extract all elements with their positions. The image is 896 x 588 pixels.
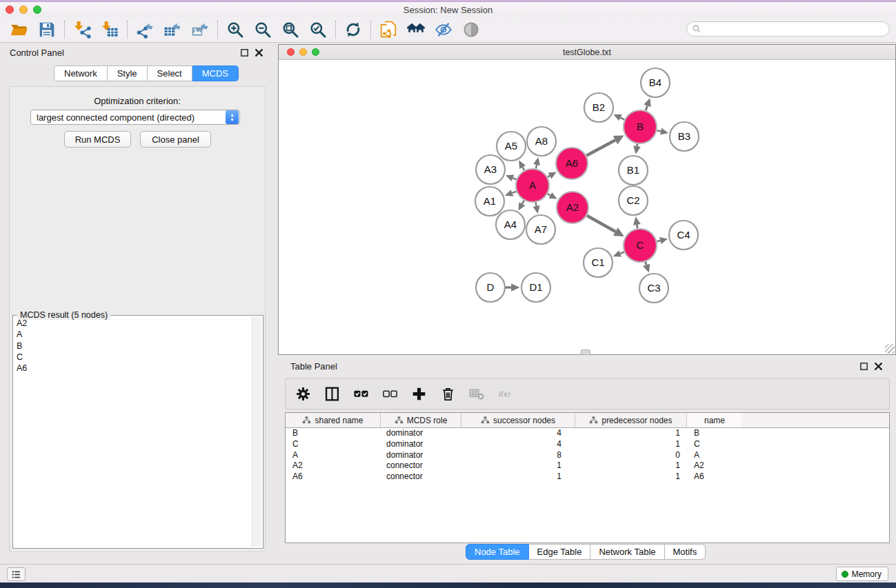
graph-node-B[interactable]: B [624, 110, 657, 143]
open-session-button[interactable] [6, 19, 33, 41]
add-column-button[interactable] [410, 385, 428, 403]
table-row[interactable]: Adominator80A [286, 450, 889, 461]
float-panel-icon[interactable] [239, 48, 250, 58]
network-canvas[interactable]: B4B2BB3A5A8A6B1A3AC2A1A2A4A7C4CC1C3DD1 [279, 60, 895, 354]
table-cell[interactable]: 0 [575, 450, 687, 461]
import-table-button[interactable] [96, 19, 123, 41]
table-cell[interactable]: 1 [575, 439, 687, 450]
graph-node-A6[interactable]: A6 [556, 148, 588, 179]
memory-button[interactable]: Memory [836, 567, 888, 581]
network-window-titlebar[interactable]: testGlobe.txt [279, 45, 895, 60]
graph-node-A1[interactable]: A1 [475, 187, 504, 216]
zoom-selected-button[interactable] [304, 19, 332, 41]
export-image-button[interactable] [186, 19, 214, 41]
table-row[interactable]: A6connector11A6 [286, 472, 889, 483]
zoom-fit-button[interactable] [277, 19, 304, 41]
column-header-name[interactable]: name [687, 413, 742, 427]
graph-edge-A-A1[interactable] [505, 190, 517, 196]
tab-style[interactable]: Style [108, 65, 148, 81]
export-network-button[interactable] [131, 19, 159, 41]
network-graph[interactable]: B4B2BB3A5A8A6B1A3AC2A1A2A4A7C4CC1C3DD1 [279, 60, 895, 354]
tab-edge-table[interactable]: Edge Table [529, 544, 591, 560]
graph-node-B3[interactable]: B3 [670, 122, 699, 151]
column-header-predecessor-nodes[interactable]: predecessor nodes [575, 413, 687, 427]
graph-edge-B-B2[interactable] [613, 114, 624, 121]
run-mcds-button[interactable]: Run MCDS [64, 131, 131, 148]
graph-node-C2[interactable]: C2 [619, 186, 648, 215]
table-row[interactable]: Cdominator41C [286, 439, 889, 450]
graph-edge-B-B3[interactable] [657, 128, 668, 135]
table-cell[interactable]: 4 [461, 428, 575, 439]
splitter-handle[interactable] [581, 349, 590, 355]
graph-edge-B-B4[interactable] [644, 98, 650, 110]
table-cell[interactable]: 8 [461, 450, 575, 461]
tab-network[interactable]: Network [54, 65, 108, 81]
graph-edge-A-A8[interactable] [533, 157, 540, 169]
graph-edge-A-A2[interactable] [548, 192, 557, 199]
task-history-button[interactable] [7, 567, 26, 581]
graph-node-D[interactable]: D [476, 273, 505, 302]
graph-node-A[interactable]: A [516, 169, 549, 202]
graph-edge-C-C3[interactable] [643, 262, 650, 273]
select-all-rows-button[interactable] [352, 385, 370, 403]
graph-edge-C-C1[interactable] [613, 250, 624, 256]
tab-select[interactable]: Select [148, 65, 192, 81]
delete-column-button[interactable] [439, 385, 457, 403]
table-cell[interactable]: A2 [687, 460, 742, 472]
resize-grip[interactable] [885, 344, 895, 354]
table-cell[interactable]: 1 [461, 472, 575, 483]
toggle-graphics-details-button[interactable] [430, 19, 457, 41]
import-network-button[interactable] [68, 19, 96, 41]
tab-network-table[interactable]: Network Table [590, 544, 664, 560]
show-hide-button[interactable] [457, 19, 485, 41]
graph-edge-C-C2[interactable] [633, 216, 641, 228]
graph-edge-A2-C[interactable] [587, 216, 624, 236]
tab-motifs[interactable]: Motifs [665, 544, 706, 560]
column-header-MCDS-role[interactable]: MCDS role [381, 413, 461, 427]
apply-layout-button[interactable] [339, 19, 367, 41]
mcds-result-item[interactable]: B [14, 341, 251, 352]
mcds-result-item[interactable]: A [14, 329, 251, 340]
column-header-shared-name[interactable]: shared name [286, 413, 381, 427]
table-cell[interactable]: 1 [575, 460, 687, 472]
table-settings-button[interactable] [294, 385, 312, 403]
tab-mcds[interactable]: MCDS [192, 65, 239, 81]
graph-node-A8[interactable]: A8 [527, 127, 556, 156]
graph-node-C3[interactable]: C3 [639, 274, 668, 303]
close-panel-button[interactable]: Close panel [140, 131, 211, 148]
graph-node-B2[interactable]: B2 [584, 93, 613, 122]
table-cell[interactable]: connector [381, 460, 461, 472]
mcds-result-item[interactable]: A6 [14, 363, 251, 374]
graph-node-C[interactable]: C [624, 229, 657, 262]
table-cell[interactable]: 1 [461, 460, 575, 472]
table-cell[interactable]: C [687, 439, 742, 450]
graph-node-C4[interactable]: C4 [669, 221, 698, 250]
graph-edge-D-D1[interactable] [506, 283, 520, 292]
graph-edge-A6-B[interactable] [586, 136, 624, 156]
graph-edge-A-A4[interactable] [519, 201, 526, 211]
graph-node-D1[interactable]: D1 [521, 273, 550, 302]
graph-edge-C-C4[interactable] [657, 237, 668, 244]
graph-node-B4[interactable]: B4 [641, 68, 670, 97]
graph-node-A5[interactable]: A5 [497, 132, 526, 161]
graph-edge-A-A7[interactable] [533, 203, 540, 214]
graph-node-A7[interactable]: A7 [526, 215, 555, 244]
result-scrollbar[interactable] [252, 317, 261, 547]
export-table-button[interactable] [159, 19, 186, 41]
graph-node-B1[interactable]: B1 [619, 156, 648, 185]
table-cell[interactable]: dominator [381, 439, 461, 450]
graph-edge-A-A3[interactable] [506, 175, 517, 182]
table-cell[interactable]: A [687, 450, 742, 461]
zoom-out-button[interactable] [249, 19, 277, 41]
save-session-button[interactable] [33, 19, 61, 41]
table-cell[interactable]: B [286, 428, 381, 439]
search-input[interactable] [701, 23, 889, 35]
clear-selection-button[interactable] [381, 385, 399, 403]
graph-node-A4[interactable]: A4 [496, 210, 525, 239]
new-network-from-selection-button[interactable] [375, 19, 402, 41]
table-mode-button[interactable] [323, 385, 341, 403]
table-cell[interactable]: 4 [461, 439, 575, 450]
graph-node-A2[interactable]: A2 [557, 192, 588, 223]
table-cell[interactable]: dominator [381, 428, 461, 439]
table-cell[interactable]: A6 [687, 472, 742, 483]
